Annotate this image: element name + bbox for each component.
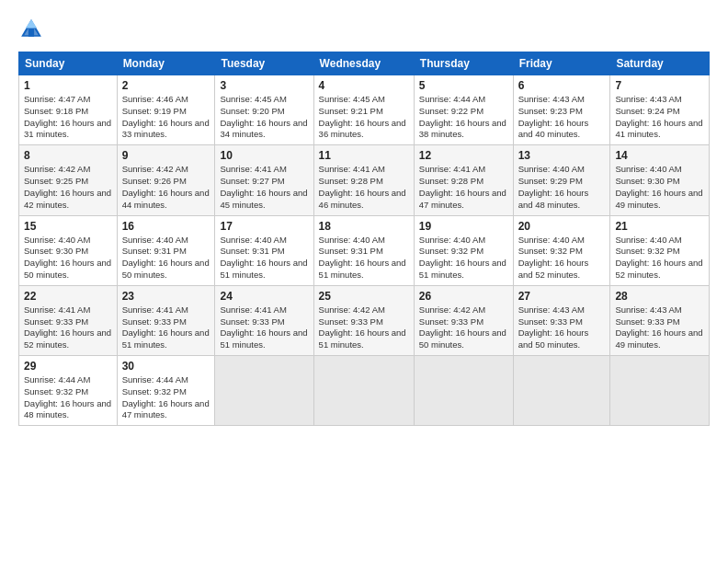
day-info: Sunrise: 4:41 AMSunset: 9:28 PMDaylight:… — [419, 164, 508, 211]
day-info: Sunrise: 4:44 AMSunset: 9:22 PMDaylight:… — [419, 94, 508, 141]
day-info: Sunrise: 4:44 AMSunset: 9:32 PMDaylight:… — [122, 374, 210, 421]
day-number: 9 — [122, 149, 210, 162]
day-number: 17 — [220, 220, 308, 233]
day-number: 7 — [615, 79, 704, 92]
day-info: Sunrise: 4:46 AMSunset: 9:19 PMDaylight:… — [122, 94, 210, 141]
calendar-cell: 11Sunrise: 4:41 AMSunset: 9:28 PMDayligh… — [313, 145, 414, 215]
calendar-week-1: 1Sunrise: 4:47 AMSunset: 9:18 PMDaylight… — [19, 75, 710, 145]
calendar-cell: 20Sunrise: 4:40 AMSunset: 9:32 PMDayligh… — [513, 215, 610, 285]
calendar-cell: 25Sunrise: 4:42 AMSunset: 9:33 PMDayligh… — [313, 285, 414, 355]
day-number: 16 — [122, 220, 210, 233]
calendar-cell: 29Sunrise: 4:44 AMSunset: 9:32 PMDayligh… — [19, 356, 118, 426]
day-number: 27 — [518, 290, 606, 303]
day-number: 10 — [220, 149, 308, 162]
calendar-cell: 1Sunrise: 4:47 AMSunset: 9:18 PMDaylight… — [19, 75, 118, 145]
day-info: Sunrise: 4:40 AMSunset: 9:31 PMDaylight:… — [122, 235, 210, 282]
day-info: Sunrise: 4:43 AMSunset: 9:33 PMDaylight:… — [615, 304, 704, 351]
day-info: Sunrise: 4:42 AMSunset: 9:33 PMDaylight:… — [319, 304, 409, 351]
calendar-cell: 9Sunrise: 4:42 AMSunset: 9:26 PMDaylight… — [117, 145, 215, 215]
day-info: Sunrise: 4:41 AMSunset: 9:28 PMDaylight:… — [319, 164, 409, 211]
calendar-cell: 30Sunrise: 4:44 AMSunset: 9:32 PMDayligh… — [117, 356, 215, 426]
day-info: Sunrise: 4:44 AMSunset: 9:32 PMDaylight:… — [24, 374, 112, 421]
calendar-cell — [313, 356, 414, 426]
day-number: 1 — [24, 79, 112, 92]
day-header-wednesday: Wednesday — [313, 52, 414, 75]
day-number: 25 — [319, 290, 409, 303]
calendar-cell: 4Sunrise: 4:45 AMSunset: 9:21 PMDaylight… — [313, 75, 414, 145]
day-info: Sunrise: 4:40 AMSunset: 9:30 PMDaylight:… — [615, 164, 704, 211]
calendar-week-3: 15Sunrise: 4:40 AMSunset: 9:30 PMDayligh… — [19, 215, 710, 285]
day-header-thursday: Thursday — [414, 52, 513, 75]
day-info: Sunrise: 4:40 AMSunset: 9:30 PMDaylight:… — [24, 235, 112, 282]
day-number: 22 — [24, 290, 112, 303]
day-info: Sunrise: 4:41 AMSunset: 9:33 PMDaylight:… — [220, 304, 308, 351]
day-info: Sunrise: 4:41 AMSunset: 9:33 PMDaylight:… — [122, 304, 210, 351]
calendar-cell: 23Sunrise: 4:41 AMSunset: 9:33 PMDayligh… — [117, 285, 215, 355]
day-number: 29 — [24, 360, 112, 373]
day-number: 15 — [24, 220, 112, 233]
day-info: Sunrise: 4:45 AMSunset: 9:21 PMDaylight:… — [319, 94, 409, 141]
day-header-monday: Monday — [117, 52, 215, 75]
day-number: 8 — [24, 149, 112, 162]
day-number: 20 — [518, 220, 606, 233]
calendar-cell — [414, 356, 513, 426]
calendar-cell: 16Sunrise: 4:40 AMSunset: 9:31 PMDayligh… — [117, 215, 215, 285]
calendar-week-2: 8Sunrise: 4:42 AMSunset: 9:25 PMDaylight… — [19, 145, 710, 215]
day-info: Sunrise: 4:45 AMSunset: 9:20 PMDaylight:… — [220, 94, 308, 141]
calendar-table: SundayMondayTuesdayWednesdayThursdayFrid… — [18, 52, 710, 426]
logo — [18, 17, 48, 42]
calendar-cell: 14Sunrise: 4:40 AMSunset: 9:30 PMDayligh… — [610, 145, 710, 215]
calendar-cell: 17Sunrise: 4:40 AMSunset: 9:31 PMDayligh… — [215, 215, 313, 285]
day-info: Sunrise: 4:43 AMSunset: 9:23 PMDaylight:… — [518, 94, 606, 141]
day-info: Sunrise: 4:40 AMSunset: 9:31 PMDaylight:… — [319, 235, 409, 282]
day-number: 26 — [419, 290, 508, 303]
day-info: Sunrise: 4:40 AMSunset: 9:32 PMDaylight:… — [419, 235, 508, 282]
calendar-week-4: 22Sunrise: 4:41 AMSunset: 9:33 PMDayligh… — [19, 285, 710, 355]
day-number: 14 — [615, 149, 704, 162]
page: SundayMondayTuesdayWednesdayThursdayFrid… — [0, 0, 728, 563]
day-number: 11 — [319, 149, 409, 162]
calendar-cell: 27Sunrise: 4:43 AMSunset: 9:33 PMDayligh… — [513, 285, 610, 355]
day-header-tuesday: Tuesday — [215, 52, 313, 75]
calendar-cell: 5Sunrise: 4:44 AMSunset: 9:22 PMDaylight… — [414, 75, 513, 145]
svg-marker-3 — [26, 19, 37, 28]
day-number: 2 — [122, 79, 210, 92]
day-info: Sunrise: 4:40 AMSunset: 9:32 PMDaylight:… — [615, 235, 704, 282]
calendar-cell: 10Sunrise: 4:41 AMSunset: 9:27 PMDayligh… — [215, 145, 313, 215]
day-info: Sunrise: 4:47 AMSunset: 9:18 PMDaylight:… — [24, 94, 112, 141]
day-number: 19 — [419, 220, 508, 233]
calendar-cell: 3Sunrise: 4:45 AMSunset: 9:20 PMDaylight… — [215, 75, 313, 145]
day-info: Sunrise: 4:40 AMSunset: 9:29 PMDaylight:… — [518, 164, 606, 211]
calendar-cell: 12Sunrise: 4:41 AMSunset: 9:28 PMDayligh… — [414, 145, 513, 215]
calendar-cell: 7Sunrise: 4:43 AMSunset: 9:24 PMDaylight… — [610, 75, 710, 145]
calendar-cell: 2Sunrise: 4:46 AMSunset: 9:19 PMDaylight… — [117, 75, 215, 145]
day-info: Sunrise: 4:41 AMSunset: 9:33 PMDaylight:… — [24, 304, 112, 351]
calendar-cell: 26Sunrise: 4:42 AMSunset: 9:33 PMDayligh… — [414, 285, 513, 355]
calendar-cell: 6Sunrise: 4:43 AMSunset: 9:23 PMDaylight… — [513, 75, 610, 145]
day-header-saturday: Saturday — [610, 52, 710, 75]
calendar-cell — [513, 356, 610, 426]
calendar-cell: 15Sunrise: 4:40 AMSunset: 9:30 PMDayligh… — [19, 215, 118, 285]
calendar-cell — [215, 356, 313, 426]
day-info: Sunrise: 4:42 AMSunset: 9:26 PMDaylight:… — [122, 164, 210, 211]
calendar-cell: 8Sunrise: 4:42 AMSunset: 9:25 PMDaylight… — [19, 145, 118, 215]
day-number: 30 — [122, 360, 210, 373]
day-number: 18 — [319, 220, 409, 233]
day-header-friday: Friday — [513, 52, 610, 75]
calendar-cell — [610, 356, 710, 426]
day-number: 5 — [419, 79, 508, 92]
day-info: Sunrise: 4:43 AMSunset: 9:33 PMDaylight:… — [518, 304, 606, 351]
day-info: Sunrise: 4:40 AMSunset: 9:31 PMDaylight:… — [220, 235, 308, 282]
day-info: Sunrise: 4:40 AMSunset: 9:32 PMDaylight:… — [518, 235, 606, 282]
calendar-cell: 24Sunrise: 4:41 AMSunset: 9:33 PMDayligh… — [215, 285, 313, 355]
calendar-cell: 28Sunrise: 4:43 AMSunset: 9:33 PMDayligh… — [610, 285, 710, 355]
calendar-cell: 22Sunrise: 4:41 AMSunset: 9:33 PMDayligh… — [19, 285, 118, 355]
day-number: 24 — [220, 290, 308, 303]
day-header-sunday: Sunday — [19, 52, 118, 75]
day-info: Sunrise: 4:42 AMSunset: 9:25 PMDaylight:… — [24, 164, 112, 211]
header — [18, 17, 710, 42]
calendar-week-5: 29Sunrise: 4:44 AMSunset: 9:32 PMDayligh… — [19, 356, 710, 426]
svg-rect-2 — [28, 28, 34, 36]
calendar-cell: 19Sunrise: 4:40 AMSunset: 9:32 PMDayligh… — [414, 215, 513, 285]
day-number: 6 — [518, 79, 606, 92]
